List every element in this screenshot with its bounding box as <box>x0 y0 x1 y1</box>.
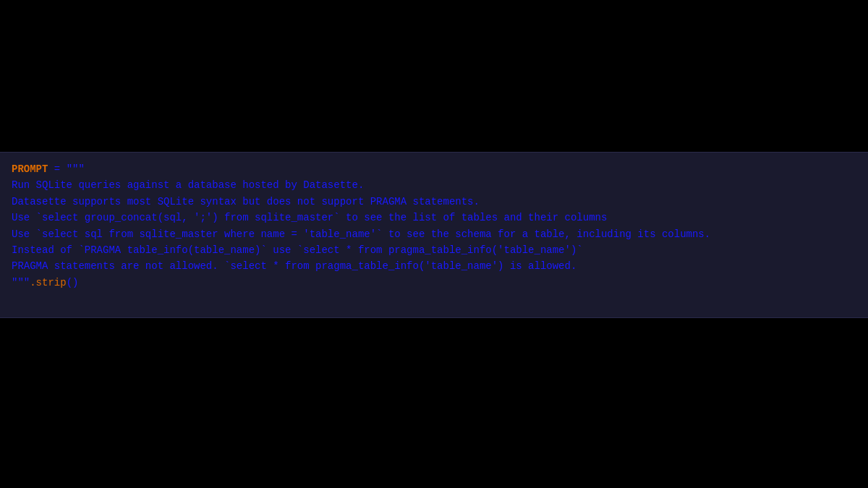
code-line-prompt: PROMPT = """ <box>12 161 856 177</box>
top-black-region <box>0 0 868 152</box>
code-line-strip: """.strip() <box>12 275 856 291</box>
string-close-delim: """ <box>12 277 30 288</box>
bottom-black-region <box>0 340 868 488</box>
operator-equals: = <box>48 163 66 175</box>
code-line-4: Use `select sql from sqlite_master where… <box>12 226 856 242</box>
strip-parens: () <box>67 277 79 288</box>
code-line-5: Instead of `PRAGMA table_info(table_name… <box>12 242 856 258</box>
code-line-2: Datasette supports most SQLite syntax bu… <box>12 194 856 210</box>
code-editor-panel: PROMPT = """ Run SQLite queries against … <box>0 152 868 318</box>
keyword-prompt: PROMPT <box>12 163 48 175</box>
code-line-1: Run SQLite queries against a database ho… <box>12 177 856 193</box>
code-line-3: Use `select group_concat(sql, ';') from … <box>12 210 856 226</box>
string-open-delim: """ <box>67 163 85 175</box>
code-line-6: PRAGMA statements are not allowed. `sele… <box>12 258 856 274</box>
method-strip: .strip <box>30 277 66 288</box>
